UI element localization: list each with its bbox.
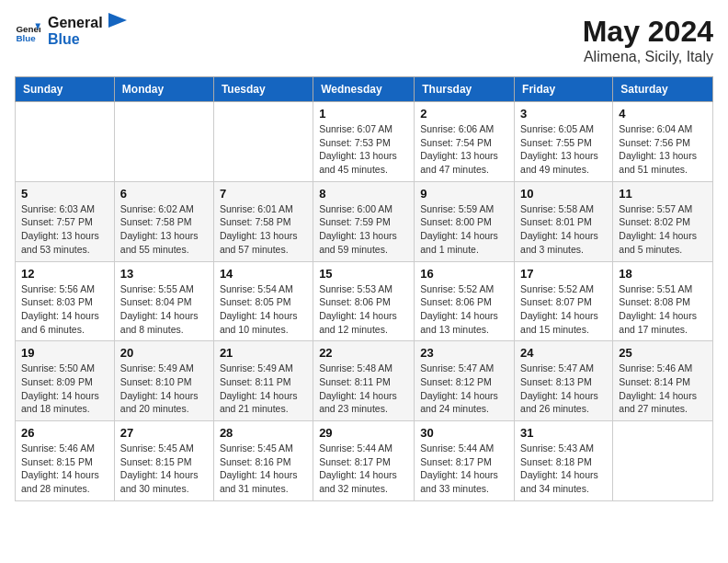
calendar-cell: 18Sunrise: 5:51 AM Sunset: 8:08 PM Dayli… — [613, 261, 713, 341]
day-number: 6 — [120, 187, 208, 201]
day-info: Sunrise: 5:54 AM Sunset: 8:05 PM Dayligh… — [220, 282, 307, 337]
svg-marker-3 — [108, 13, 127, 28]
day-number: 9 — [420, 187, 508, 201]
day-info: Sunrise: 5:49 AM Sunset: 8:11 PM Dayligh… — [220, 362, 307, 416]
calendar-cell: 15Sunrise: 5:53 AM Sunset: 8:06 PM Dayli… — [313, 261, 415, 341]
day-number: 17 — [520, 267, 607, 281]
day-number: 2 — [420, 107, 508, 121]
day-info: Sunrise: 5:58 AM Sunset: 8:01 PM Dayligh… — [520, 202, 607, 257]
calendar-cell: 23Sunrise: 5:47 AM Sunset: 8:12 PM Dayli… — [415, 341, 515, 421]
calendar-cell: 7Sunrise: 6:01 AM Sunset: 7:58 PM Daylig… — [213, 181, 313, 261]
day-info: Sunrise: 5:45 AM Sunset: 8:15 PM Dayligh… — [120, 442, 208, 496]
calendar-cell: 27Sunrise: 5:45 AM Sunset: 8:15 PM Dayli… — [114, 421, 213, 501]
month-title: May 2024 — [583, 15, 713, 49]
day-info: Sunrise: 5:49 AM Sunset: 8:10 PM Dayligh… — [120, 362, 208, 416]
day-info: Sunrise: 6:02 AM Sunset: 7:58 PM Dayligh… — [120, 202, 208, 257]
week-row-4: 19Sunrise: 5:50 AM Sunset: 8:09 PM Dayli… — [16, 341, 713, 421]
day-info: Sunrise: 5:43 AM Sunset: 8:18 PM Dayligh… — [520, 442, 607, 496]
header-day-friday: Friday — [515, 77, 613, 102]
day-number: 23 — [420, 346, 508, 360]
day-number: 25 — [619, 346, 707, 360]
calendar-cell: 30Sunrise: 5:44 AM Sunset: 8:17 PM Dayli… — [415, 421, 515, 501]
calendar-cell: 14Sunrise: 5:54 AM Sunset: 8:05 PM Dayli… — [213, 261, 313, 341]
day-number: 31 — [520, 426, 607, 440]
header-day-sunday: Sunday — [16, 77, 115, 102]
day-number: 12 — [21, 267, 108, 281]
day-number: 27 — [120, 426, 208, 440]
calendar-cell — [613, 421, 713, 501]
day-number: 22 — [319, 346, 408, 360]
logo: General Blue General Blue — [15, 15, 131, 47]
calendar-cell: 21Sunrise: 5:49 AM Sunset: 8:11 PM Dayli… — [213, 341, 313, 421]
day-info: Sunrise: 5:45 AM Sunset: 8:16 PM Dayligh… — [220, 442, 307, 496]
day-number: 20 — [120, 346, 208, 360]
calendar-cell: 24Sunrise: 5:47 AM Sunset: 8:13 PM Dayli… — [515, 341, 613, 421]
day-info: Sunrise: 6:07 AM Sunset: 7:53 PM Dayligh… — [319, 122, 408, 177]
day-info: Sunrise: 5:47 AM Sunset: 8:13 PM Dayligh… — [520, 362, 607, 416]
day-number: 14 — [220, 267, 307, 281]
calendar-cell: 16Sunrise: 5:52 AM Sunset: 8:06 PM Dayli… — [415, 261, 515, 341]
calendar-cell: 1Sunrise: 6:07 AM Sunset: 7:53 PM Daylig… — [313, 102, 415, 182]
day-number: 11 — [619, 187, 707, 201]
day-number: 7 — [220, 187, 307, 201]
day-info: Sunrise: 5:50 AM Sunset: 8:09 PM Dayligh… — [21, 362, 108, 416]
location-title: Alimena, Sicily, Italy — [583, 49, 713, 65]
day-number: 29 — [319, 426, 408, 440]
calendar-cell: 20Sunrise: 5:49 AM Sunset: 8:10 PM Dayli… — [114, 341, 213, 421]
header: General Blue General Blue May 2024 Alime… — [15, 15, 713, 65]
header-day-tuesday: Tuesday — [213, 77, 313, 102]
day-info: Sunrise: 5:44 AM Sunset: 8:17 PM Dayligh… — [420, 442, 508, 496]
day-info: Sunrise: 5:52 AM Sunset: 8:07 PM Dayligh… — [520, 282, 607, 337]
day-number: 3 — [520, 107, 607, 121]
day-info: Sunrise: 6:01 AM Sunset: 7:58 PM Dayligh… — [220, 202, 307, 257]
calendar-cell: 19Sunrise: 5:50 AM Sunset: 8:09 PM Dayli… — [16, 341, 115, 421]
day-info: Sunrise: 5:53 AM Sunset: 8:06 PM Dayligh… — [319, 282, 408, 337]
calendar-cell: 22Sunrise: 5:48 AM Sunset: 8:11 PM Dayli… — [313, 341, 415, 421]
day-number: 4 — [619, 107, 707, 121]
header-row: SundayMondayTuesdayWednesdayThursdayFrid… — [16, 77, 713, 102]
calendar-cell — [16, 102, 115, 182]
day-info: Sunrise: 5:51 AM Sunset: 8:08 PM Dayligh… — [619, 282, 707, 337]
calendar-cell: 9Sunrise: 5:59 AM Sunset: 8:00 PM Daylig… — [415, 181, 515, 261]
logo-icon: General Blue — [15, 18, 40, 44]
calendar-cell: 8Sunrise: 6:00 AM Sunset: 7:59 PM Daylig… — [313, 181, 415, 261]
week-row-3: 12Sunrise: 5:56 AM Sunset: 8:03 PM Dayli… — [16, 261, 713, 341]
day-info: Sunrise: 5:57 AM Sunset: 8:02 PM Dayligh… — [619, 202, 707, 257]
day-number: 5 — [21, 187, 108, 201]
calendar-cell: 28Sunrise: 5:45 AM Sunset: 8:16 PM Dayli… — [213, 421, 313, 501]
calendar-cell: 12Sunrise: 5:56 AM Sunset: 8:03 PM Dayli… — [16, 261, 115, 341]
day-info: Sunrise: 6:04 AM Sunset: 7:56 PM Dayligh… — [619, 122, 707, 177]
day-info: Sunrise: 5:55 AM Sunset: 8:04 PM Dayligh… — [120, 282, 208, 337]
day-number: 26 — [21, 426, 108, 440]
day-info: Sunrise: 6:05 AM Sunset: 7:55 PM Dayligh… — [520, 122, 607, 177]
day-number: 16 — [420, 267, 508, 281]
calendar-cell — [213, 102, 313, 182]
day-info: Sunrise: 5:46 AM Sunset: 8:14 PM Dayligh… — [619, 362, 707, 416]
day-info: Sunrise: 5:46 AM Sunset: 8:15 PM Dayligh… — [21, 442, 108, 496]
calendar-cell: 6Sunrise: 6:02 AM Sunset: 7:58 PM Daylig… — [114, 181, 213, 261]
calendar-cell: 13Sunrise: 5:55 AM Sunset: 8:04 PM Dayli… — [114, 261, 213, 341]
day-info: Sunrise: 5:52 AM Sunset: 8:06 PM Dayligh… — [420, 282, 508, 337]
day-number: 1 — [319, 107, 408, 121]
day-number: 10 — [520, 187, 607, 201]
title-area: May 2024 Alimena, Sicily, Italy — [583, 15, 713, 65]
calendar-cell: 3Sunrise: 6:05 AM Sunset: 7:55 PM Daylig… — [515, 102, 613, 182]
day-info: Sunrise: 6:06 AM Sunset: 7:54 PM Dayligh… — [420, 122, 508, 177]
day-info: Sunrise: 6:03 AM Sunset: 7:57 PM Dayligh… — [21, 202, 108, 257]
calendar-cell: 26Sunrise: 5:46 AM Sunset: 8:15 PM Dayli… — [16, 421, 115, 501]
calendar-cell: 31Sunrise: 5:43 AM Sunset: 8:18 PM Dayli… — [515, 421, 613, 501]
calendar-cell: 11Sunrise: 5:57 AM Sunset: 8:02 PM Dayli… — [613, 181, 713, 261]
day-info: Sunrise: 5:59 AM Sunset: 8:00 PM Dayligh… — [420, 202, 508, 257]
calendar-cell: 5Sunrise: 6:03 AM Sunset: 7:57 PM Daylig… — [16, 181, 115, 261]
calendar-cell: 4Sunrise: 6:04 AM Sunset: 7:56 PM Daylig… — [613, 102, 713, 182]
week-row-2: 5Sunrise: 6:03 AM Sunset: 7:57 PM Daylig… — [16, 181, 713, 261]
day-number: 8 — [319, 187, 408, 201]
day-number: 24 — [520, 346, 607, 360]
calendar-cell: 25Sunrise: 5:46 AM Sunset: 8:14 PM Dayli… — [613, 341, 713, 421]
calendar-cell — [114, 102, 213, 182]
header-day-thursday: Thursday — [415, 77, 515, 102]
logo-blue: Blue — [48, 31, 103, 48]
calendar-cell: 10Sunrise: 5:58 AM Sunset: 8:01 PM Dayli… — [515, 181, 613, 261]
header-day-monday: Monday — [114, 77, 213, 102]
day-number: 18 — [619, 267, 707, 281]
